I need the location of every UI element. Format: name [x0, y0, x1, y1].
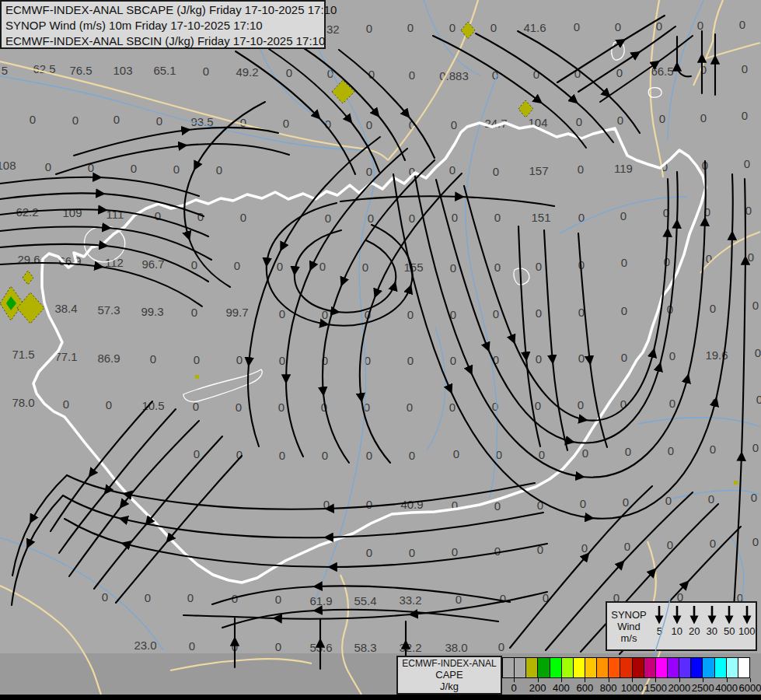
map-value: 0	[368, 68, 375, 81]
title-line-wind: SYNOP Wind (m/s) 10m Friday 17-10-2025 1…	[5, 18, 324, 33]
map-value: 0	[365, 308, 371, 321]
map-value: 55.4	[354, 594, 376, 607]
map-value: 0	[72, 114, 79, 127]
wind-speed-column: 20	[686, 603, 703, 649]
map-value: 29.6	[17, 253, 40, 266]
map-value: 41.6	[523, 21, 546, 34]
map-value: 0	[366, 449, 372, 462]
map-value: 0	[537, 499, 543, 512]
map-value: 0	[667, 538, 673, 551]
map-value: 0	[621, 351, 627, 364]
map-value-layer: 04.32000041.600000562.576.510365.1049.20…	[0, 0, 761, 695]
map-value: 0	[745, 204, 752, 217]
map-value: 0	[323, 498, 330, 511]
map-value: 0	[450, 308, 456, 321]
map-value: 96.7	[141, 257, 164, 271]
cape-swatch	[702, 658, 714, 677]
map-value: 99.3	[141, 305, 163, 318]
wind-speed-column: 5	[651, 603, 668, 649]
map-value: 0	[362, 261, 368, 274]
map-value: 0	[578, 211, 585, 224]
map-value: 0	[739, 18, 745, 31]
wind-legend-source: SYNOP	[611, 609, 647, 621]
map-value: 0	[327, 67, 333, 80]
map-value: 0	[704, 205, 710, 219]
map-value: 0	[700, 63, 707, 76]
down-arrow-icon	[671, 605, 683, 625]
map-value: 57.3	[97, 303, 120, 317]
map-value: 0	[216, 163, 222, 177]
map-value: 0	[494, 261, 501, 274]
cape-swatch	[632, 658, 644, 677]
map-value: 0	[452, 499, 458, 512]
map-value: 0	[574, 67, 581, 80]
map-value: 0	[697, 19, 703, 32]
map-value: 119	[614, 162, 633, 175]
map-value: 99.7	[225, 306, 248, 319]
map-value: 0	[366, 546, 372, 559]
cape-swatch	[714, 658, 726, 677]
map-value: 0	[498, 640, 504, 653]
cape-tick-label: 4000	[715, 682, 738, 694]
map-value: 19.6	[705, 348, 728, 362]
map-value: 0	[409, 449, 415, 462]
cape-tick-label: 1500	[644, 682, 667, 694]
cape-legend-param: CAPE	[435, 669, 463, 681]
map-value: 0	[279, 307, 285, 320]
map-value: 0	[240, 211, 246, 224]
map-value: 0	[494, 211, 501, 224]
map-value: 38.0	[445, 641, 467, 654]
cape-swatch	[537, 658, 549, 677]
map-value: 0	[407, 21, 414, 34]
weather-map-app: 04.32000041.600000562.576.510365.1049.20…	[0, 0, 761, 700]
map-value: 0	[621, 304, 627, 317]
map-value: 0	[494, 499, 501, 513]
map-value: 0	[539, 448, 545, 461]
map-value: 103	[113, 64, 132, 77]
wind-legend-arrows: 510203050100	[651, 603, 756, 649]
map-value: 0	[106, 398, 112, 411]
map-value: 5	[2, 64, 8, 77]
map-value: 0	[710, 302, 716, 315]
map-value: 0	[702, 159, 708, 172]
wind-speed-label: 20	[689, 625, 700, 637]
cape-tick-label: 0	[511, 682, 517, 694]
cape-tick-label: 2500	[692, 682, 714, 694]
map-value: 0	[493, 307, 499, 320]
map-value: 0	[615, 20, 621, 33]
map-value: 0	[364, 401, 370, 414]
down-arrow-icon	[706, 605, 718, 625]
cape-tick-label: 6000	[739, 682, 761, 694]
map-value: 0	[366, 118, 372, 131]
cape-swatch	[608, 658, 620, 677]
map-value: 0	[322, 308, 328, 321]
map-value: 0	[662, 160, 668, 173]
map-value: 10.5	[141, 399, 164, 412]
map-value: 0	[490, 21, 497, 34]
map-value: 0	[450, 261, 456, 275]
wind-legend-labels: SYNOP Wind m/s	[607, 603, 651, 649]
map-value: 0	[451, 118, 457, 131]
map-value: 0	[113, 113, 120, 126]
map-value: 151	[531, 211, 550, 224]
map-value: 0	[744, 157, 750, 170]
map-value: 0	[234, 259, 240, 272]
map-value: 104	[528, 116, 547, 129]
map-value: 0	[656, 19, 662, 33]
cape-tick-label: 2000	[668, 682, 690, 694]
map-value: 0	[456, 593, 462, 606]
map-value: 0	[194, 447, 200, 460]
map-value: 49.2	[236, 65, 258, 79]
map-value: 0	[145, 591, 151, 604]
map-value: 0	[232, 640, 238, 653]
map-value: 66.9	[58, 254, 81, 268]
map-value: 0	[494, 544, 501, 558]
map-value: 0	[582, 446, 588, 460]
map-value: 0	[712, 396, 718, 409]
map-value: 0	[578, 163, 584, 176]
map-value: 0	[453, 447, 459, 460]
wind-legend-unit: m/s	[621, 632, 637, 644]
map-value: 0	[319, 260, 326, 273]
map-value: 0	[578, 398, 584, 411]
map-value: 33.2	[399, 593, 421, 607]
